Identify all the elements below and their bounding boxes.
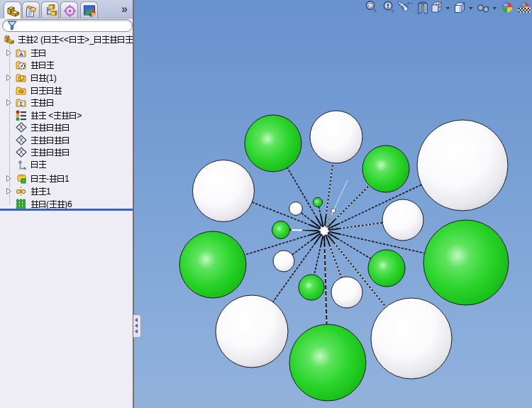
svg-text:A: A [19,51,23,57]
svg-text:Σ: Σ [20,101,23,107]
